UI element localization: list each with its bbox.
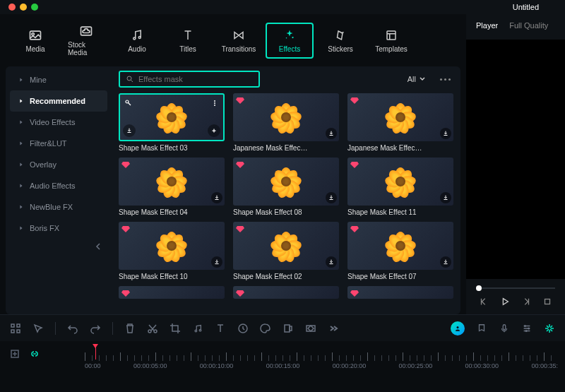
effect-card[interactable] (233, 286, 339, 299)
mixer-button[interactable] (521, 323, 533, 334)
tab-titles[interactable]: Titles (164, 24, 212, 57)
sidebar-item-newblue-fx[interactable]: NewBlue FX (10, 196, 107, 218)
tab-stock-media[interactable]: Stock Media (62, 20, 110, 61)
cursor-icon[interactable] (32, 323, 44, 334)
download-icon[interactable] (440, 256, 451, 268)
effect-thumbnail[interactable] (119, 222, 225, 270)
player-tab[interactable]: Player (476, 21, 498, 30)
effect-card[interactable]: Shape Mask Effect 07 (347, 222, 453, 280)
sidebar-item-boris-fx[interactable]: Boris FX (10, 218, 107, 239)
svg-point-26 (457, 326, 459, 328)
render-button[interactable] (544, 323, 555, 334)
freeze-frame-button[interactable] (282, 323, 294, 334)
cut-button[interactable] (147, 323, 158, 334)
search-box[interactable] (119, 71, 260, 88)
sidebar-item-filter-lut[interactable]: Filter&LUT (10, 133, 107, 154)
effect-thumbnail[interactable] (347, 158, 453, 206)
download-icon[interactable] (326, 256, 337, 268)
effect-thumbnail[interactable] (233, 222, 339, 270)
effect-card[interactable]: Shape Mask Effect 11 (347, 158, 453, 216)
color-button[interactable] (260, 323, 271, 334)
effect-label: Shape Mask Effect 08 (233, 208, 339, 216)
preview-viewport[interactable] (466, 40, 565, 279)
collapse-sidebar-button[interactable] (6, 239, 112, 254)
maximize-window-button[interactable] (31, 4, 38, 11)
filter-dropdown[interactable]: All (402, 72, 432, 86)
more-tools-button[interactable] (328, 323, 339, 334)
keyframe-button[interactable] (305, 323, 316, 334)
close-window-button[interactable] (8, 4, 16, 11)
search-input[interactable] (138, 75, 253, 83)
effect-thumbnail[interactable] (119, 286, 225, 299)
tab-media[interactable]: Media (11, 24, 59, 57)
effect-thumbnail[interactable] (347, 286, 453, 299)
more-options-button[interactable] (437, 76, 453, 83)
sidebar-item-audio-effects[interactable]: Audio Effects (10, 175, 107, 196)
tab-audio[interactable]: Audio (113, 24, 161, 57)
sidebar-item-recommended[interactable]: Recommended (10, 90, 107, 112)
main-area: Media Stock Media Audio Titles Transitio… (0, 14, 565, 314)
minimize-window-button[interactable] (20, 4, 27, 11)
sidebar-item-overlay[interactable]: Overlay (10, 154, 107, 175)
effect-card[interactable]: Shape Mask Effect 03 (119, 93, 225, 152)
effect-card[interactable]: Shape Mask Effect 04 (119, 158, 225, 216)
music-button[interactable] (192, 323, 203, 334)
add-icon[interactable] (208, 124, 220, 137)
effect-thumbnail[interactable] (119, 158, 225, 206)
effect-card[interactable]: Japanese Mask Effec… (347, 93, 453, 152)
delete-button[interactable] (124, 323, 136, 334)
crop-button[interactable] (170, 323, 181, 334)
undo-button[interactable] (67, 323, 78, 334)
effect-card[interactable]: Shape Mask Effect 10 (119, 222, 225, 280)
effect-thumbnail[interactable] (233, 158, 339, 206)
effect-thumbnail[interactable] (347, 93, 453, 141)
effect-card[interactable] (347, 286, 453, 299)
add-track-button[interactable] (10, 349, 20, 359)
download-icon[interactable] (123, 124, 136, 137)
download-icon[interactable] (440, 192, 451, 203)
svg-point-8 (127, 76, 131, 81)
effect-card[interactable]: Shape Mask Effect 08 (233, 158, 339, 216)
download-icon[interactable] (440, 128, 451, 139)
tab-transitions[interactable]: Transitions (215, 24, 263, 57)
link-button[interactable] (30, 349, 40, 359)
scrub-bar[interactable] (466, 283, 565, 289)
effect-card[interactable]: Japanese Mask Effec… (233, 93, 339, 152)
sidebar-item-mine[interactable]: Mine (10, 69, 107, 90)
download-icon[interactable] (326, 192, 337, 203)
redo-button[interactable] (90, 323, 101, 334)
effect-card[interactable]: Shape Mask Effect 02 (233, 222, 339, 280)
tab-templates[interactable]: Templates (367, 24, 415, 57)
effect-thumbnail[interactable] (347, 222, 453, 270)
text-button[interactable] (215, 323, 226, 334)
speed-button[interactable] (237, 323, 249, 334)
tab-effects[interactable]: Effects (266, 23, 314, 59)
ai-avatar-button[interactable] (451, 321, 465, 335)
effect-thumbnail[interactable] (233, 93, 339, 141)
tab-stickers[interactable]: Stickers (316, 24, 364, 57)
layout-grid-icon[interactable] (10, 323, 21, 334)
timeline-track[interactable] (0, 360, 565, 374)
stop-button[interactable] (542, 296, 553, 307)
svg-point-6 (286, 37, 287, 39)
effect-thumbnail[interactable] (119, 93, 225, 141)
tag-icon[interactable] (123, 97, 134, 109)
timeline-ruler[interactable]: 00:0000:00:05:0000:00:10:0000:00:15:0000… (0, 345, 565, 360)
next-frame-button[interactable] (521, 296, 532, 307)
effect-card[interactable] (119, 286, 225, 299)
download-icon[interactable] (211, 256, 222, 268)
sidebar-item-video-effects[interactable]: Video Effects (10, 112, 107, 133)
preview-panel: Player Full Quality (466, 14, 565, 314)
effect-thumbnail[interactable] (233, 286, 339, 299)
download-icon[interactable] (211, 192, 222, 203)
marker-button[interactable] (476, 323, 487, 334)
prev-frame-button[interactable] (478, 296, 489, 307)
more-icon[interactable] (209, 97, 220, 109)
download-icon[interactable] (326, 128, 337, 139)
premium-gem-icon (235, 160, 245, 170)
full-quality-tab[interactable]: Full Quality (509, 21, 548, 30)
play-button[interactable] (499, 296, 511, 307)
voiceover-button[interactable] (499, 323, 510, 334)
playhead[interactable] (95, 345, 96, 360)
premium-gem-icon (121, 160, 131, 170)
